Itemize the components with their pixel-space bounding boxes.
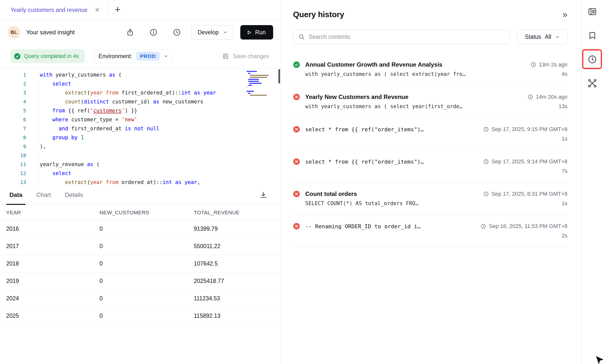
history-item-title: Count total orders (305, 190, 478, 197)
table-cell: 0 (100, 295, 194, 302)
code-line: select (40, 169, 281, 178)
download-results-button[interactable] (257, 188, 270, 201)
query-history-button[interactable] (587, 54, 598, 65)
search-box[interactable] (293, 30, 510, 44)
search-input[interactable] (309, 34, 504, 40)
environment-value-badge: PROD (136, 52, 160, 61)
table-cell: 91399.79 (194, 226, 281, 232)
environment-label: Environment: (99, 53, 132, 60)
results-tab-chart[interactable]: Chart (33, 185, 54, 205)
outline-panel-button[interactable] (587, 6, 598, 17)
code-line: with yearly_customers as ( (40, 70, 281, 79)
share-icon (126, 28, 134, 37)
develop-button[interactable]: Develop (191, 25, 234, 40)
run-button[interactable]: Run (240, 25, 273, 40)
table-row[interactable]: 20180107642.5 (0, 255, 281, 273)
table-row[interactable]: 201902025418.77 (0, 273, 281, 290)
table-cell: 2018 (6, 260, 100, 267)
table-row[interactable]: 20170550011.22 (0, 238, 281, 255)
close-tab-icon[interactable]: × (95, 6, 100, 14)
code-line: select (40, 79, 281, 88)
history-item-time: 13m 2s ago (531, 61, 567, 68)
table-row[interactable]: 2016091399.79 (0, 220, 281, 238)
new-tab-button[interactable]: + (108, 0, 120, 20)
table-cell: 2016 (6, 226, 100, 232)
history-item[interactable]: select * from {{ ref("order_items")…Sep … (293, 118, 567, 151)
right-sidebar (581, 0, 603, 364)
line-number: 12 (0, 169, 39, 178)
history-item[interactable]: -- Renaming ORDER_ID to order_id i…Sep 1… (293, 215, 567, 248)
code-line: and first_ordered_at is not null (40, 124, 281, 133)
chevron-down-icon (555, 35, 560, 40)
history-item-time: Sep 17, 2025, 9:14 PM GMT+8 (483, 158, 567, 165)
column-header: YEAR (6, 210, 100, 216)
history-item[interactable]: select * from {{ ref("order_items")…Sep … (293, 151, 567, 183)
history-item[interactable]: Count total ordersSep 17, 2025, 8:31 PM … (293, 183, 567, 215)
column-header: TOTAL_REVENUE (194, 210, 281, 216)
page-title: Your saved insight (26, 29, 75, 36)
editor-code[interactable]: with yearly_customers as ( select extrac… (39, 68, 281, 185)
search-icon (298, 34, 305, 40)
line-number: 3 (0, 88, 39, 97)
table-cell: 0 (100, 226, 194, 232)
save-changes-label: Save changes (233, 53, 269, 60)
status-filter-label: Status (525, 34, 541, 40)
editor-minimap[interactable] (247, 71, 269, 96)
line-number: 4 (0, 97, 39, 106)
editor-panel: Yearly customers and revenue × + BL Your… (0, 0, 281, 364)
clock-icon (483, 191, 489, 197)
history-item-duration: 2s (562, 232, 567, 239)
history-item-query: with yearly_customers as ( select extrac… (305, 71, 562, 77)
line-number: 11 (0, 160, 39, 169)
line-number: 9 (0, 142, 39, 151)
table-row[interactable]: 20240111234.53 (0, 290, 281, 307)
history-item-query: SELECT COUNT(*) AS total_orders FRO… (305, 200, 562, 206)
results-tab-data[interactable]: Data (6, 185, 26, 205)
bookmark-button[interactable] (587, 30, 598, 41)
share-button[interactable] (123, 25, 137, 39)
tab-yearly-customers-and-revenue[interactable]: Yearly customers and revenue × (0, 0, 108, 20)
chevron-down-icon (163, 54, 168, 59)
clock-icon (481, 224, 486, 229)
collapse-panel-button[interactable]: » (562, 10, 567, 19)
status-filter-dropdown[interactable]: Status All (517, 30, 567, 44)
history-item-time: Sep 17, 2025, 8:31 PM GMT+8 (483, 191, 567, 197)
history-item[interactable]: Annual Customer Growth and Revenue Analy… (293, 56, 567, 86)
query-history-clock-icon (587, 54, 597, 64)
results-tab-bar: DataChartDetails (0, 185, 281, 205)
code-line: from {{ ref('customers') }} (40, 106, 281, 115)
column-header: NEW_CUSTOMERS (100, 210, 194, 216)
line-number: 5 (0, 106, 39, 115)
status-success-icon (293, 61, 300, 68)
table-cell: 0 (100, 243, 194, 250)
table-cell: 107642.5 (194, 260, 281, 267)
info-button[interactable] (147, 25, 160, 39)
results-tab-details[interactable]: Details (62, 185, 86, 205)
avatar: BL (8, 26, 20, 39)
results-body: 2016091399.7920170550011.2220180107642.5… (0, 220, 281, 325)
line-number: 6 (0, 115, 39, 124)
history-item-duration: 13s (559, 103, 567, 110)
history-item-duration: 1s (562, 136, 567, 142)
history-item[interactable]: Yearly New Customers and Revenue14m 20s … (293, 86, 567, 118)
lineage-button[interactable] (587, 78, 598, 89)
mouse-cursor (595, 355, 603, 364)
line-number: 7 (0, 124, 39, 133)
code-line: group by 1 (40, 133, 281, 142)
sql-editor[interactable]: 12345678910111213 with yearly_customers … (0, 68, 281, 185)
status-error-icon (293, 126, 300, 133)
line-number: 8 (0, 133, 39, 142)
tab-label: Yearly customers and revenue (10, 7, 88, 13)
history-item-title: select * from {{ ref("order_items")… (305, 159, 478, 165)
history-item-time: Sep 17, 2025, 9:15 PM GMT+8 (483, 126, 567, 133)
save-changes-button[interactable]: Save changes (222, 52, 269, 60)
table-row[interactable]: 20250115892.13 (0, 307, 281, 325)
query-history-title: Query history (293, 10, 344, 19)
history-item-title: -- Renaming ORDER_ID to order_id i… (305, 223, 475, 229)
history-item-title: Annual Customer Growth and Revenue Analy… (305, 61, 525, 68)
line-number: 2 (0, 79, 39, 88)
version-history-button[interactable] (170, 25, 184, 39)
editor-scrollbar[interactable] (278, 69, 280, 84)
save-icon (222, 52, 229, 60)
environment-selector[interactable]: Environment: PROD (94, 49, 173, 63)
